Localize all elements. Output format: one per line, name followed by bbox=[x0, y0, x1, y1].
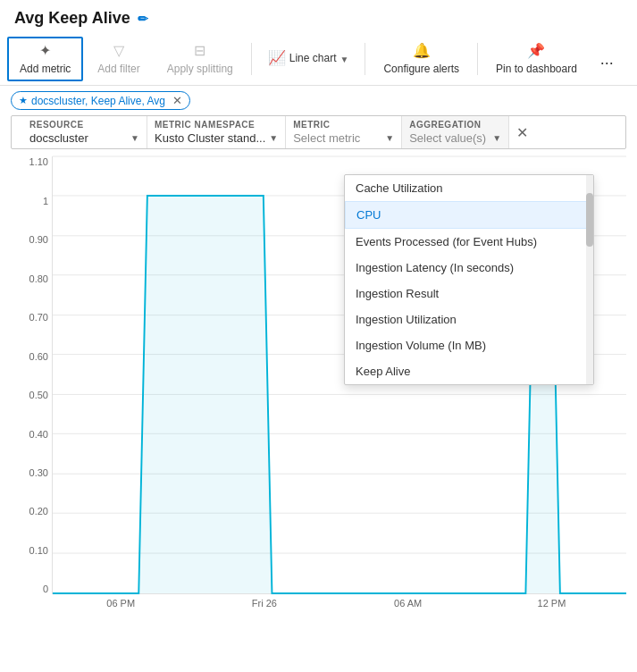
y-axis-label: 0.40 bbox=[14, 429, 48, 440]
namespace-label: METRIC NAMESPACE bbox=[155, 120, 278, 130]
x-axis-label: 06 AM bbox=[394, 598, 422, 609]
more-options-button[interactable]: ... bbox=[591, 44, 623, 75]
toolbar: ✦ Add metric ▽ Add filter ⊟ Apply splitt… bbox=[0, 33, 637, 86]
dropdown-item[interactable]: CPU bbox=[345, 201, 593, 229]
dropdown-item[interactable]: Ingestion Latency (In seconds) bbox=[345, 255, 593, 281]
resource-chevron: ▼ bbox=[130, 133, 139, 143]
y-axis-label: 0 bbox=[14, 584, 48, 594]
toolbar-separator-3 bbox=[477, 43, 478, 75]
y-axis-label: 1 bbox=[14, 196, 48, 206]
metric-select[interactable]: Select metric ▼ bbox=[293, 131, 394, 145]
apply-splitting-button[interactable]: ⊟ Apply splitting bbox=[155, 37, 246, 81]
aggregation-placeholder: Select value(s) bbox=[409, 131, 486, 145]
filter-tag-icon: ★ bbox=[19, 95, 28, 106]
resource-value: docscluster bbox=[29, 131, 88, 145]
namespace-chevron: ▼ bbox=[269, 133, 278, 143]
dropdown-item[interactable]: Cache Utilization bbox=[345, 175, 593, 201]
dropdown-item[interactable]: Ingestion Result bbox=[345, 281, 593, 307]
y-axis-label: 0.90 bbox=[14, 234, 48, 245]
dropdown-scrollbar[interactable] bbox=[586, 175, 593, 384]
line-chart-chevron: ▼ bbox=[339, 54, 348, 65]
filter-tag-text: docscluster, Keep Alive, Avg bbox=[31, 95, 165, 107]
filter-tag-close[interactable]: ✕ bbox=[172, 94, 182, 107]
edit-icon[interactable]: ✏ bbox=[138, 12, 148, 26]
add-metric-icon: ✦ bbox=[39, 42, 51, 61]
y-axis-label: 0.20 bbox=[14, 506, 48, 517]
filter-bar: ★ docscluster, Keep Alive, Avg ✕ bbox=[0, 86, 637, 115]
dropdown-item[interactable]: Keep Alive bbox=[345, 358, 593, 384]
aggregation-label: AGGREGATION bbox=[409, 120, 501, 130]
toolbar-separator-2 bbox=[365, 43, 365, 75]
dropdown-scrollbar-thumb[interactable] bbox=[586, 193, 593, 247]
y-axis-label: 0.10 bbox=[14, 545, 48, 556]
aggregation-chevron: ▼ bbox=[492, 133, 501, 143]
x-axis-label: 12 PM bbox=[538, 598, 566, 609]
configure-alerts-button[interactable]: 🔔 Configure alerts bbox=[371, 37, 472, 81]
metric-controls: RESOURCE docscluster ▼ METRIC NAMESPACE … bbox=[11, 115, 626, 149]
namespace-group: METRIC NAMESPACE Kusto Cluster stand... … bbox=[147, 116, 286, 148]
dropdown-item[interactable]: Ingestion Utilization bbox=[345, 307, 593, 332]
page-title-bar: Avg Keep Alive ✏ bbox=[0, 0, 637, 33]
resource-group: RESOURCE docscluster ▼ bbox=[22, 116, 147, 148]
line-chart-button[interactable]: 📈 Line chart ▼ bbox=[257, 42, 360, 77]
y-axis-label: 0.30 bbox=[14, 467, 48, 478]
y-axis: 00.100.200.300.400.500.600.700.800.9011.… bbox=[11, 156, 52, 594]
dropdown-item[interactable]: Events Processed (for Event Hubs) bbox=[345, 229, 593, 255]
toolbar-separator-1 bbox=[251, 43, 252, 75]
add-filter-icon: ▽ bbox=[113, 42, 124, 61]
dropdown-item[interactable]: Ingestion Volume (In MB) bbox=[345, 332, 593, 358]
add-filter-button[interactable]: ▽ Add filter bbox=[85, 37, 152, 81]
y-axis-label: 1.10 bbox=[14, 156, 48, 167]
namespace-select[interactable]: Kusto Cluster stand... ▼ bbox=[155, 131, 278, 145]
filter-tag[interactable]: ★ docscluster, Keep Alive, Avg ✕ bbox=[11, 91, 190, 110]
metric-dropdown: Cache UtilizationCPUEvents Processed (fo… bbox=[344, 174, 594, 385]
x-axis-label: 06 PM bbox=[106, 598, 135, 609]
x-axis: 06 PMFri 2606 AM12 PM bbox=[52, 594, 626, 621]
add-metric-button[interactable]: ✦ Add metric bbox=[7, 37, 83, 81]
metric-placeholder: Select metric bbox=[293, 131, 360, 145]
namespace-value: Kusto Cluster stand... bbox=[155, 131, 265, 145]
resource-label: RESOURCE bbox=[29, 120, 139, 130]
metric-controls-close[interactable]: ✕ bbox=[509, 116, 535, 148]
y-axis-label: 0.80 bbox=[14, 273, 48, 284]
y-axis-label: 0.60 bbox=[14, 351, 48, 362]
pin-icon: 📌 bbox=[527, 42, 545, 61]
page-title: Avg Keep Alive bbox=[14, 9, 130, 28]
aggregation-select[interactable]: Select value(s) ▼ bbox=[409, 131, 501, 145]
metric-chevron: ▼ bbox=[385, 133, 394, 143]
metric-label: METRIC bbox=[293, 120, 394, 130]
pin-to-dashboard-button[interactable]: 📌 Pin to dashboard bbox=[483, 37, 590, 81]
apply-splitting-icon: ⊟ bbox=[194, 42, 205, 61]
aggregation-group: AGGREGATION Select value(s) ▼ bbox=[402, 116, 509, 148]
configure-alerts-icon: 🔔 bbox=[413, 42, 431, 61]
resource-select[interactable]: docscluster ▼ bbox=[29, 131, 139, 145]
y-axis-label: 0.70 bbox=[14, 312, 48, 323]
line-chart-icon: 📈 bbox=[268, 49, 286, 68]
x-axis-label: Fri 26 bbox=[252, 598, 277, 609]
metric-group: METRIC Select metric ▼ bbox=[286, 116, 402, 148]
y-axis-label: 0.50 bbox=[14, 390, 48, 400]
